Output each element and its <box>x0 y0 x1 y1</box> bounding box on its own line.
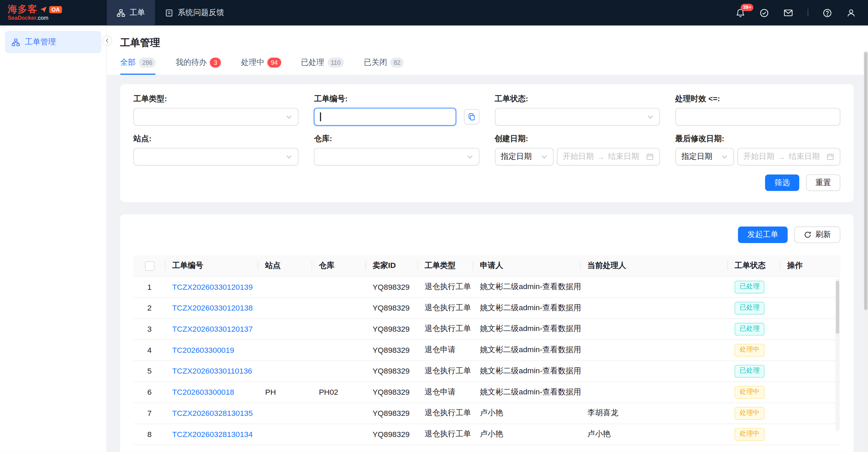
nav-item-label: 工单 <box>130 8 145 18</box>
order-no-link[interactable]: TCZX20260330110136 <box>172 366 252 375</box>
actions-cell <box>780 424 840 445</box>
refresh-button[interactable]: 刷新 <box>794 226 840 243</box>
page-scrollbar-track[interactable] <box>864 51 868 452</box>
row-index: 1 <box>133 276 165 298</box>
workorder-number-input[interactable] <box>314 108 456 126</box>
warehouse-select[interactable] <box>314 148 479 166</box>
field-label: 仓库: <box>314 134 479 144</box>
row-index: 6 <box>133 381 165 403</box>
chevron-down-icon <box>286 153 292 160</box>
seller-id-cell: YQ898329 <box>366 403 418 424</box>
nav-item-workorder[interactable]: 工单 <box>107 0 155 26</box>
date-mode-value: 指定日期 <box>501 152 532 162</box>
field-label: 工单状态: <box>494 94 659 104</box>
nav-item-feedback[interactable]: 系统问题反馈 <box>155 0 234 26</box>
chevron-down-icon <box>647 114 653 120</box>
field-label: 最后修改日期: <box>675 134 840 144</box>
sidebar-item-workorder-management[interactable]: 工单管理 <box>5 31 102 53</box>
create-workorder-button[interactable]: 发起工单 <box>738 226 788 243</box>
workorder-status-select[interactable] <box>494 108 659 126</box>
type-cell: 退仓执行工单 <box>418 424 473 445</box>
user-avatar-icon[interactable] <box>847 8 856 18</box>
created-date-mode-select[interactable]: 指定日期 <box>494 148 553 166</box>
row-index: 8 <box>133 424 165 445</box>
site-cell <box>259 297 313 318</box>
column-header-warehouse: 仓库 <box>312 255 366 276</box>
page-scrollbar-thumb[interactable] <box>864 52 868 310</box>
table-row: 2 TCZX20260330120138 YQ898329 退仓执行工单 姚文彬… <box>133 297 840 318</box>
help-icon[interactable] <box>823 8 832 18</box>
site-cell <box>259 360 313 381</box>
warehouse-cell <box>312 318 366 340</box>
tab-all[interactable]: 全部 286 <box>120 58 156 75</box>
type-cell: 退仓执行工单 <box>418 318 473 340</box>
table-row: 7 TCZX20260328130135 YQ898329 退仓执行工单 卢小艳… <box>133 403 840 424</box>
sla-input[interactable] <box>675 108 840 126</box>
copy-button[interactable] <box>463 109 479 124</box>
column-header-type: 工单类型 <box>418 255 473 276</box>
table-header-row: 工单编号 站点 仓库 卖家ID 工单类型 申请人 当前处理人 工单状态 操作 <box>133 255 840 276</box>
row-index: 4 <box>133 340 165 361</box>
topbar-actions: 39+ <box>736 8 868 18</box>
modified-date-range-picker[interactable]: 开始日期 → 结束日期 <box>737 148 840 166</box>
seller-id-cell: YQ898329 <box>366 340 418 361</box>
tab-processed[interactable]: 已处理 110 <box>301 58 344 75</box>
site-cell <box>259 276 313 298</box>
mail-icon[interactable] <box>783 8 793 18</box>
tab-my-todo[interactable]: 我的待办 3 <box>176 58 221 75</box>
select-all-checkbox[interactable] <box>145 261 154 271</box>
table-scrollbar-track[interactable] <box>835 278 840 431</box>
order-no-link[interactable]: TCZX20260330120138 <box>172 303 253 312</box>
field-label: 工单类型: <box>133 94 298 104</box>
modified-date-mode-select[interactable]: 指定日期 <box>675 148 734 166</box>
brand-logo[interactable]: 海多客 OA SeaDocker.com <box>0 4 107 21</box>
topbar: 海多客 OA SeaDocker.com 工单 <box>0 0 868 26</box>
approval-check-icon[interactable] <box>760 8 769 18</box>
order-no-link[interactable]: TCZX20260330120139 <box>172 282 253 291</box>
text-cursor <box>320 112 321 121</box>
oa-badge: OA <box>49 6 62 13</box>
order-no-link[interactable]: TCZX20260330120137 <box>172 325 253 333</box>
handler-cell: 卢小艳 <box>581 424 728 445</box>
actions-cell <box>780 360 840 381</box>
warehouse-cell <box>312 297 366 318</box>
tab-closed[interactable]: 已关闭 82 <box>364 58 403 75</box>
order-no-link[interactable]: TCZX20260328130135 <box>172 409 253 418</box>
applicant-cell: 姚文彬二级admin-查看数据用 <box>473 318 581 340</box>
feedback-form-icon <box>165 9 173 17</box>
site-cell <box>259 318 313 340</box>
notification-bell-icon[interactable]: 39+ <box>736 8 745 18</box>
refresh-label: 刷新 <box>816 230 831 240</box>
paper-plane-icon <box>40 6 47 13</box>
workorder-type-select[interactable] <box>133 108 298 126</box>
site-select[interactable] <box>133 148 298 166</box>
order-no-link[interactable]: TC202603300019 <box>172 346 234 355</box>
table-scrollbar-thumb[interactable] <box>836 281 839 334</box>
start-date-placeholder: 开始日期 <box>563 152 594 162</box>
seller-id-cell: YQ898329 <box>366 381 418 403</box>
created-date-range-picker[interactable]: 开始日期 → 结束日期 <box>557 148 660 166</box>
filter-reset-button[interactable]: 重置 <box>806 175 840 191</box>
chevron-down-icon <box>721 153 728 160</box>
order-no-link[interactable]: TCZX20260328130134 <box>172 430 253 439</box>
brand-name: 海多客 <box>8 4 38 14</box>
column-header-applicant: 申请人 <box>473 255 581 276</box>
chevron-down-icon <box>540 153 547 160</box>
tab-processing[interactable]: 处理中 94 <box>241 58 281 75</box>
status-tag: 已处理 <box>735 365 765 377</box>
order-no-link[interactable]: TC202603300018 <box>172 388 234 396</box>
workorder-menu-icon <box>12 38 20 46</box>
seller-id-cell: YQ898329 <box>366 297 418 318</box>
column-header-status: 工单状态 <box>728 255 780 276</box>
filter-submit-button[interactable]: 筛选 <box>765 175 800 191</box>
seller-id-cell: YQ898329 <box>366 360 418 381</box>
content-area: 工单类型: 工单编号: <box>107 75 868 452</box>
actions-cell <box>780 297 840 318</box>
handler-cell <box>581 340 728 361</box>
sidebar-collapse-button[interactable] <box>103 36 111 45</box>
seller-id-cell: YQ898329 <box>366 318 418 340</box>
table-row: 6 TC202603300018 PH PH02 YQ898329 退仓申请 姚… <box>133 381 840 403</box>
type-cell: 退仓申请 <box>418 340 473 361</box>
field-label: 工单编号: <box>314 94 479 104</box>
chevron-down-icon <box>286 114 292 120</box>
